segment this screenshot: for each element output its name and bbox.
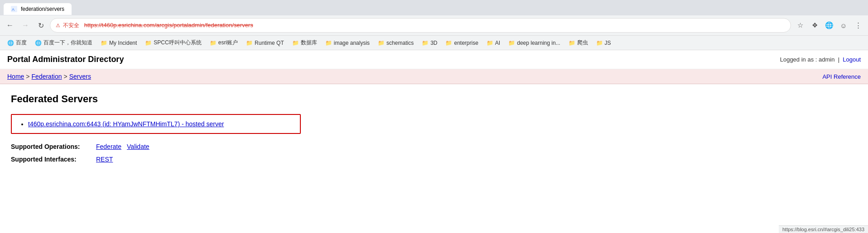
bookmark-baidu[interactable]: 🌐百度 bbox=[4, 38, 30, 48]
browser-chrome: A federation/servers ← → ↻ ⚠ 不安全 https:/… bbox=[0, 0, 868, 50]
page-content: Portal Administrator Directory Logged in… bbox=[0, 50, 868, 231]
bookmark-icon-baidu-search: 🌐 bbox=[35, 40, 42, 46]
bookmark-icon-3d: 📁 bbox=[422, 40, 429, 46]
bookmark-enterprise[interactable]: 📁enterprise bbox=[442, 38, 482, 48]
security-warning-icon: ⚠ bbox=[56, 23, 60, 29]
bookmark-schematics[interactable]: 📁schematics bbox=[374, 38, 417, 48]
main-content: Federated Servers t460p.esrichina.com:64… bbox=[0, 84, 868, 177]
bookmark-label-js: JS bbox=[605, 40, 611, 46]
bookmark-3d[interactable]: 📁3D bbox=[418, 38, 441, 48]
server-list-box: t460p.esrichina.com:6443 (id: HYamJwNFTM… bbox=[11, 114, 301, 134]
bookmark-icon-spcc: 📁 bbox=[145, 40, 152, 46]
nav-bar: ← → ↻ ⚠ 不安全 https://t460p.esrichina.com/… bbox=[0, 15, 868, 35]
reload-button[interactable]: ↻ bbox=[34, 19, 47, 32]
breadcrumb-home[interactable]: Home bbox=[7, 73, 24, 80]
bookmark-label-runtime-qt: Runtime QT bbox=[255, 40, 284, 46]
bookmarks-bar: 🌐百度🌐百度一下，你就知道📁My Incident📁SPCC呼叫中心系统📁esr… bbox=[0, 35, 868, 50]
svg-text:A: A bbox=[12, 7, 14, 12]
address-bar[interactable]: ⚠ 不安全 https://t460p.esrichina.com/arcgis… bbox=[50, 18, 791, 33]
portal-user-info: Logged in as : admin | Logout bbox=[780, 56, 861, 63]
bookmark-label-esri-account: esri账户 bbox=[218, 39, 238, 47]
operations-label: Supported Operations: bbox=[11, 143, 92, 150]
bookmark-label-schematics: schematics bbox=[386, 40, 414, 46]
bookmarks-star-button[interactable]: ☆ bbox=[794, 19, 806, 32]
user-profile-button[interactable]: ☺ bbox=[837, 19, 850, 32]
breadcrumb-federation[interactable]: Federation bbox=[32, 73, 62, 80]
bookmark-deep-learning[interactable]: 📁deep learning in... bbox=[505, 38, 564, 48]
bookmark-icon-ai: 📁 bbox=[487, 40, 493, 46]
bookmark-label-enterprise: enterprise bbox=[454, 40, 478, 46]
breadcrumb-sep-2: > bbox=[63, 73, 67, 80]
extensions-button[interactable]: ❖ bbox=[808, 19, 821, 32]
bookmark-label-database: 数据库 bbox=[301, 39, 317, 47]
bookmark-baidu-search[interactable]: 🌐百度一下，你就知道 bbox=[31, 38, 96, 48]
bookmark-icon-crawler: 📁 bbox=[569, 40, 575, 46]
bookmark-label-baidu: 百度 bbox=[16, 39, 27, 47]
bookmark-label-my-incident: My Incident bbox=[109, 40, 137, 46]
bookmark-esri-account[interactable]: 📁esri账户 bbox=[206, 38, 241, 48]
server-link[interactable]: t460p.esrichina.com:6443 (id: HYamJwNFTM… bbox=[28, 120, 224, 128]
logged-in-label: Logged in as : admin bbox=[780, 56, 835, 63]
bookmark-icon-my-incident: 📁 bbox=[101, 40, 107, 46]
bookmark-label-crawler: 爬虫 bbox=[577, 39, 588, 47]
bookmark-icon-schematics: 📁 bbox=[378, 40, 385, 46]
bookmark-icon-js: 📁 bbox=[596, 40, 603, 46]
breadcrumb-sep-1: > bbox=[26, 73, 29, 80]
active-tab[interactable]: A federation/servers bbox=[4, 3, 72, 15]
bookmark-spcc[interactable]: 📁SPCC呼叫中心系统 bbox=[141, 38, 205, 48]
interfaces-row: Supported Interfaces: REST bbox=[11, 156, 857, 163]
bookmark-label-deep-learning: deep learning in... bbox=[517, 40, 560, 46]
validate-link[interactable]: Validate bbox=[127, 143, 149, 150]
bookmark-label-ai: AI bbox=[495, 40, 500, 46]
bookmark-icon-deep-learning: 📁 bbox=[508, 40, 515, 46]
bookmark-label-3d: 3D bbox=[430, 40, 437, 46]
supported-operations-section: Supported Operations: Federate Validate bbox=[11, 143, 857, 150]
interfaces-label: Supported Interfaces: bbox=[11, 156, 92, 163]
portal-title: Portal Administrator Directory bbox=[7, 55, 124, 64]
bookmark-js[interactable]: 📁JS bbox=[593, 38, 615, 48]
bookmark-icon-runtime-qt: 📁 bbox=[246, 40, 253, 46]
tab-favicon: A bbox=[11, 6, 17, 12]
translate-button[interactable]: 🌐 bbox=[823, 19, 835, 32]
forward-button[interactable]: → bbox=[19, 19, 32, 32]
logout-link[interactable]: Logout bbox=[843, 56, 861, 63]
federate-link[interactable]: Federate bbox=[96, 143, 121, 150]
bookmark-label-spcc: SPCC呼叫中心系统 bbox=[154, 39, 201, 47]
back-button[interactable]: ← bbox=[4, 19, 16, 32]
tab-title: federation/servers bbox=[21, 6, 64, 12]
portal-header: Portal Administrator Directory Logged in… bbox=[0, 50, 868, 69]
bookmark-image-analysis[interactable]: 📁image analysis bbox=[322, 38, 373, 48]
status-url: https://blog.esri.cn/#arcgis_dili25:433 bbox=[782, 227, 864, 231]
rest-link[interactable]: REST bbox=[96, 156, 113, 163]
interfaces-links: REST bbox=[96, 156, 113, 163]
bookmark-label-baidu-search: 百度一下，你就知道 bbox=[43, 39, 92, 47]
insecure-label: 不安全 bbox=[63, 22, 79, 29]
bookmark-icon-enterprise: 📁 bbox=[445, 40, 452, 46]
server-list-item: t460p.esrichina.com:6443 (id: HYamJwNFTM… bbox=[28, 120, 293, 128]
api-reference-link[interactable]: API Reference bbox=[822, 73, 861, 80]
nav-actions: ☆ ❖ 🌐 ☺ ⋮ bbox=[794, 19, 864, 32]
breadcrumb: Home > Federation > Servers bbox=[7, 73, 91, 80]
status-bar: https://blog.esri.cn/#arcgis_dili25:433 bbox=[779, 225, 868, 231]
menu-button[interactable]: ⋮ bbox=[852, 19, 864, 32]
bookmark-icon-image-analysis: 📁 bbox=[325, 40, 332, 46]
operations-links: Federate Validate bbox=[96, 143, 149, 150]
breadcrumb-bar: Home > Federation > Servers API Referenc… bbox=[0, 69, 868, 84]
bookmark-icon-baidu: 🌐 bbox=[7, 40, 14, 46]
page-heading: Federated Servers bbox=[11, 93, 857, 105]
breadcrumb-servers[interactable]: Servers bbox=[69, 73, 91, 80]
supported-interfaces-section: Supported Interfaces: REST bbox=[11, 156, 857, 163]
bookmark-database[interactable]: 📁数据库 bbox=[289, 38, 321, 48]
bookmark-ai[interactable]: 📁AI bbox=[483, 38, 504, 48]
bookmark-icon-esri-account: 📁 bbox=[210, 40, 217, 46]
operations-row: Supported Operations: Federate Validate bbox=[11, 143, 857, 150]
bookmark-label-image-analysis: image analysis bbox=[334, 40, 370, 46]
bookmark-runtime-qt[interactable]: 📁Runtime QT bbox=[242, 38, 288, 48]
bookmark-crawler[interactable]: 📁爬虫 bbox=[565, 38, 592, 48]
tab-bar: A federation/servers bbox=[0, 0, 868, 15]
url-text: 不安全 https://t460p.esrichina.com/arcgis/p… bbox=[63, 22, 253, 29]
bookmark-icon-database: 📁 bbox=[292, 40, 299, 46]
url-display: https://t460p.esrichina.com/arcgis/porta… bbox=[84, 22, 253, 29]
bookmark-my-incident[interactable]: 📁My Incident bbox=[97, 38, 140, 48]
